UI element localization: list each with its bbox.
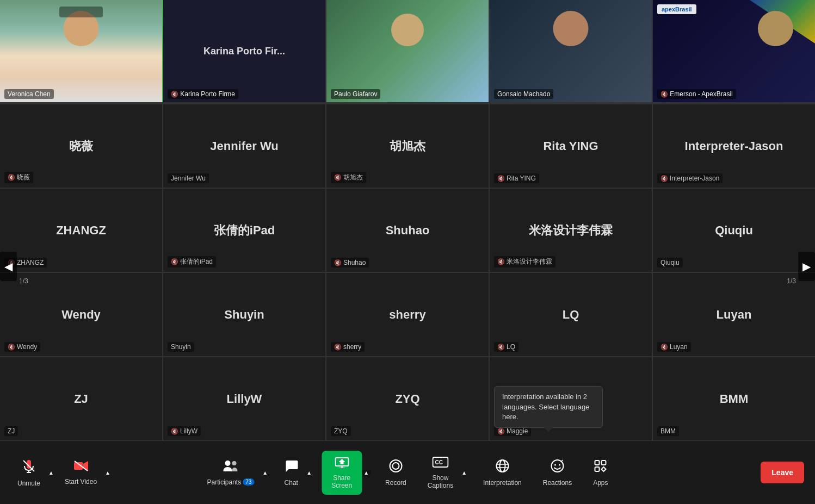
lq-name: LQ [557, 308, 585, 322]
participants-icon [223, 459, 239, 476]
shuhao-name: Shuhao [380, 223, 435, 238]
zyq-handle: ZYQ [331, 426, 351, 436]
chat-label: Chat [285, 479, 298, 487]
svg-text:CC: CC [435, 459, 442, 465]
cell-luyan[interactable]: Luyan 🔇 Luyan [653, 273, 815, 356]
cell-interpreter-jason[interactable]: Interpreter-Jason 🔇 Interpreter-Jason [653, 104, 815, 188]
share-screen-button[interactable]: Share Screen [322, 451, 362, 495]
prev-page-button[interactable]: ◀ [0, 252, 17, 281]
unmute-icon [21, 458, 36, 477]
cell-lq[interactable]: LQ 🔇 LQ [490, 273, 653, 356]
apps-button[interactable]: Apps [586, 455, 614, 491]
cell-zyq[interactable]: ZYQ ZYQ [326, 357, 490, 440]
cell-huxujie[interactable]: 胡旭杰 🔇 胡旭杰 [326, 104, 490, 188]
participants-group: Participants 73 ▲ [201, 455, 270, 490]
share-screen-arrow[interactable]: ▲ [362, 470, 371, 476]
jennifer-name: Jennifer Wu [205, 139, 284, 153]
start-video-button[interactable]: Start Video [58, 456, 103, 490]
cell-sherry[interactable]: sherry 🔇 sherry [326, 273, 490, 356]
main-video-area: Veronica Chen Karina Porto Fir... 🔇 Kari… [0, 0, 815, 440]
interpretation-icon [495, 459, 509, 476]
emerson-name-label: 🔇 Emerson - ApexBrasil [657, 89, 736, 99]
video-cell-veronica[interactable]: Veronica Chen [0, 0, 163, 102]
emerson-handle-text: Emerson - ApexBrasil [670, 90, 732, 98]
zj-name: ZJ [69, 392, 94, 406]
luyan-handle: 🔇 Luyan [657, 342, 691, 352]
toolbar: Unmute ▲ Start Video ▲ [0, 440, 815, 504]
video-cell-emerson[interactable]: apexBrasil 🔇 Emerson - ApexBrasil [653, 0, 815, 102]
interpretation-button[interactable]: Interpretation [477, 455, 528, 491]
cell-jennifer[interactable]: Jennifer Wu Jennifer Wu [163, 104, 326, 188]
paulo-handle-text: Paulo Giafarov [334, 90, 377, 98]
captions-label: Show Captions [428, 474, 453, 489]
apps-icon [594, 459, 608, 476]
cell-zhangqian-ipad[interactable]: 张倩的iPad 🔇 张倩的iPad [163, 189, 326, 272]
record-button[interactable]: Record [379, 455, 413, 491]
karina-name-display: Karina Porto Fir... [195, 46, 293, 57]
cell-bmm[interactable]: BMM BMM [653, 357, 815, 440]
grid-row-3: Wendy 🔇 Wendy Shuyin Shuyin sherry 🔇 she… [0, 272, 815, 356]
interpretation-tooltip: Interpretation available in 2 languages.… [494, 386, 603, 428]
unmute-group: Unmute ▲ [11, 454, 55, 491]
share-screen-icon [335, 456, 349, 471]
video-cell-gonsalo[interactable]: Gonsalo Machado [490, 0, 653, 102]
reactions-button[interactable]: + Reactions [536, 455, 578, 491]
cell-lillyw[interactable]: LillyW 🔇 LillyW [163, 357, 326, 440]
grid-row-2: ZHANGZ 🔇 ZHANGZ 张倩的iPad 🔇 张倩的iPad Shuhao… [0, 188, 815, 272]
lillyw-mute: 🔇 [171, 428, 178, 435]
grid-row-1: 晓薇 🔇 晓薇 Jennifer Wu Jennifer Wu 胡旭杰 🔇 胡旭… [0, 103, 815, 188]
cell-qiuqiu[interactable]: Qiuqiu Qiuqiu [653, 189, 815, 272]
huxujie-mute: 🔇 [334, 174, 342, 181]
cell-zhangz[interactable]: ZHANGZ 🔇 ZHANGZ [0, 189, 163, 272]
miluo-name: 米洛设计李伟霖 [523, 222, 618, 239]
svg-point-7 [225, 461, 231, 466]
wendy-mute: 🔇 [8, 344, 15, 351]
svg-point-8 [232, 461, 237, 465]
jason-handle: 🔇 Interpreter-Jason [657, 173, 723, 183]
chat-arrow[interactable]: ▲ [305, 470, 313, 476]
wendy-handle: 🔇 Wendy [4, 342, 40, 352]
cell-zj[interactable]: ZJ ZJ [0, 357, 163, 440]
svg-rect-27 [602, 461, 606, 465]
svg-point-13 [390, 460, 402, 472]
video-cell-paulo[interactable]: Paulo Giafarov [326, 0, 490, 102]
cell-shuyin[interactable]: Shuyin Shuyin [163, 273, 326, 356]
start-video-label: Start Video [65, 478, 97, 486]
participant-grid: 晓薇 🔇 晓薇 Jennifer Wu Jennifer Wu 胡旭杰 🔇 胡旭… [0, 103, 815, 440]
apps-label: Apps [593, 479, 608, 487]
zhangz-name: ZHANGZ [51, 223, 112, 238]
svg-marker-12 [338, 459, 345, 464]
cell-shuhao[interactable]: Shuhao 🔇 Shuhao [326, 189, 490, 272]
zj-handle: ZJ [4, 426, 18, 436]
svg-rect-28 [595, 467, 600, 471]
unmute-arrow[interactable]: ▲ [47, 470, 55, 476]
cell-miluo[interactable]: 米洛设计李伟霖 🔇 米洛设计李伟霖 [490, 189, 653, 272]
veronica-name-label: Veronica Chen [4, 89, 54, 99]
svg-point-23 [559, 464, 560, 465]
sherry-handle: 🔇 sherry [331, 342, 365, 352]
leave-button[interactable]: Leave [761, 462, 804, 483]
xiaowei-mute: 🔇 [8, 174, 15, 181]
svg-rect-26 [595, 461, 600, 465]
participants-button[interactable]: Participants 73 [201, 455, 261, 490]
svg-point-22 [554, 464, 556, 465]
cell-wendy[interactable]: Wendy 🔇 Wendy [0, 273, 163, 356]
gonsalo-name-label: Gonsalo Machado [494, 89, 553, 99]
captions-arrow[interactable]: ▲ [460, 470, 468, 476]
shuyin-name: Shuyin [219, 308, 269, 322]
record-icon [388, 459, 403, 476]
video-cell-karina[interactable]: Karina Porto Fir... 🔇 Karina Porto Firme [163, 0, 326, 102]
chat-button[interactable]: Chat [277, 455, 305, 491]
unmute-label: Unmute [17, 480, 40, 487]
wendy-name: Wendy [56, 308, 106, 322]
start-video-arrow[interactable]: ▲ [103, 470, 112, 476]
participants-arrow[interactable]: ▲ [261, 470, 269, 476]
unmute-button[interactable]: Unmute [11, 454, 47, 491]
captions-icon: CC [432, 456, 448, 471]
captions-button[interactable]: CC Show Captions [421, 452, 460, 494]
start-video-icon [73, 460, 89, 475]
sherry-name: sherry [384, 308, 431, 322]
cell-xiaowei[interactable]: 晓薇 🔇 晓薇 [0, 104, 163, 188]
cell-rita[interactable]: Rita YING 🔇 Rita YING [490, 104, 653, 188]
next-page-button[interactable]: ▶ [798, 252, 815, 281]
